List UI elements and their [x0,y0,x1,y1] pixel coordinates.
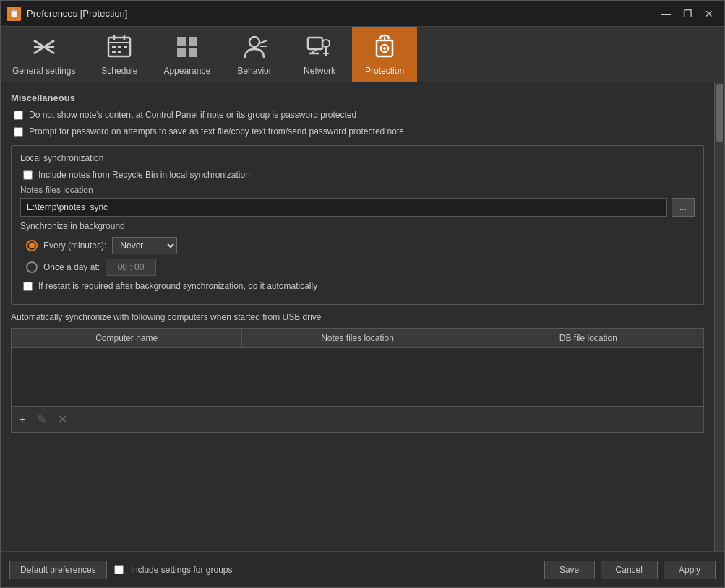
network-label: Network [304,66,335,76]
main-window: 📋 Preferences [Protection] — ❐ ✕ General… [0,0,725,588]
default-preferences-button[interactable]: Default preferences [9,561,107,579]
time-input[interactable] [106,259,156,276]
title-bar: 📋 Preferences [Protection] — ❐ ✕ [1,1,724,27]
save-button[interactable]: Save [544,561,595,579]
table-header: Computer name Notes files location DB fi… [12,329,703,348]
scrollbar-thumb[interactable] [716,84,723,142]
th-db-location: DB file location [473,329,703,347]
network-icon [305,33,334,61]
once-a-day-radio[interactable] [26,261,38,273]
toolbar-item-general[interactable]: General settings [1,27,87,82]
delete-computer-button[interactable]: ✕ [53,411,72,428]
include-recycle-checkbox[interactable] [23,170,33,180]
svg-point-22 [322,40,330,47]
svg-rect-7 [112,46,116,48]
svg-rect-13 [189,37,197,46]
usb-sync-description: Automatically synchronize with following… [11,312,704,322]
prompt-password-row: Prompt for password on attempts to save … [11,126,704,138]
svg-rect-12 [177,37,186,46]
svg-rect-11 [118,51,121,53]
usb-sync-table: Computer name Notes files location DB fi… [11,328,704,433]
toolbar-item-appearance[interactable]: Appearance [152,27,222,82]
svg-rect-9 [124,46,127,48]
svg-rect-19 [308,38,322,49]
every-minutes-row: Every (minutes): Never 1 5 10 15 30 60 [20,237,695,254]
restart-label: If restart is required after background … [38,280,317,293]
toolbar-item-schedule[interactable]: Schedule [87,27,152,82]
behavior-icon [240,33,269,61]
window-controls: — ❐ ✕ [656,4,718,23]
content-area: Miscellaneous Do not show note's content… [1,82,724,551]
include-recycle-row: Include notes from Recycle Bin in local … [20,169,695,181]
toolbar-item-protection[interactable]: Protection [352,27,417,82]
svg-point-16 [249,37,259,47]
general-settings-label: General settings [12,66,75,76]
edit-computer-button[interactable]: ✎ [33,411,51,428]
restore-button[interactable]: ❐ [678,4,697,23]
bottom-right: Save Cancel Apply [544,561,716,579]
scrollbar-track[interactable] [714,82,724,551]
restart-row: If restart is required after background … [20,280,695,293]
miscellaneous-title: Miscellaneous [11,92,704,103]
protection-icon [370,33,399,61]
table-body [12,348,703,406]
browse-button[interactable]: ... [672,198,695,217]
table-actions: + ✎ ✕ [12,406,703,432]
noshow-content-row: Do not show note's content at Control Pa… [11,109,704,121]
include-recycle-label: Include notes from Recycle Bin in local … [38,169,250,181]
once-a-day-label: Once a day at: [43,262,100,272]
svg-rect-15 [189,48,197,57]
svg-rect-8 [118,46,121,48]
th-notes-location: Notes files location [242,329,473,347]
toolbar: General settings Schedule [1,27,724,82]
toolbar-item-network[interactable]: Network [287,27,352,82]
every-minutes-radio[interactable] [26,240,38,251]
close-button[interactable]: ✕ [700,4,718,23]
usb-sync-section: Automatically synchronize with following… [11,312,704,433]
general-settings-icon [30,33,59,61]
app-icon: 📋 [7,7,21,21]
noshow-content-label: Do not show note's content at Control Pa… [29,109,356,121]
apply-button[interactable]: Apply [664,561,716,579]
local-sync-title: Local synchronization [20,153,695,163]
sync-bg-title: Synchronize in background [20,221,695,231]
include-groups-label: Include settings for groups [131,565,233,575]
prompt-password-checkbox[interactable] [14,127,23,137]
th-computer-name: Computer name [12,329,242,347]
notes-files-location-label: Notes files location [20,185,695,195]
every-minutes-label: Every (minutes): [43,241,106,251]
toolbar-item-behavior[interactable]: Behavior [222,27,287,82]
bottom-bar: Default preferences Include settings for… [1,551,724,587]
once-a-day-row: Once a day at: [20,259,695,276]
cancel-button[interactable]: Cancel [601,561,658,579]
add-computer-button[interactable]: + [14,411,30,428]
prompt-password-label: Prompt for password on attempts to save … [29,126,404,138]
svg-point-28 [383,47,386,50]
svg-rect-14 [177,48,186,57]
protection-label: Protection [365,66,404,76]
noshow-content-checkbox[interactable] [14,111,23,120]
local-sync-group: Local synchronization Include notes from… [11,145,704,306]
behavior-label: Behavior [237,66,271,76]
appearance-icon [173,33,202,61]
bottom-left: Default preferences Include settings for… [9,561,537,579]
window-title: Preferences [Protection] [27,8,656,19]
svg-rect-10 [112,51,116,53]
include-groups-checkbox[interactable] [114,565,124,574]
minimize-button[interactable]: — [656,4,675,23]
schedule-icon [105,33,134,61]
appearance-label: Appearance [163,66,210,76]
path-row: ... [20,198,695,217]
restart-checkbox[interactable] [23,282,33,291]
svg-line-17 [259,40,267,43]
main-content: Miscellaneous Do not show note's content… [1,82,714,551]
path-input[interactable] [20,198,667,217]
minutes-dropdown[interactable]: Never 1 5 10 15 30 60 [112,237,177,254]
schedule-label: Schedule [101,66,137,76]
